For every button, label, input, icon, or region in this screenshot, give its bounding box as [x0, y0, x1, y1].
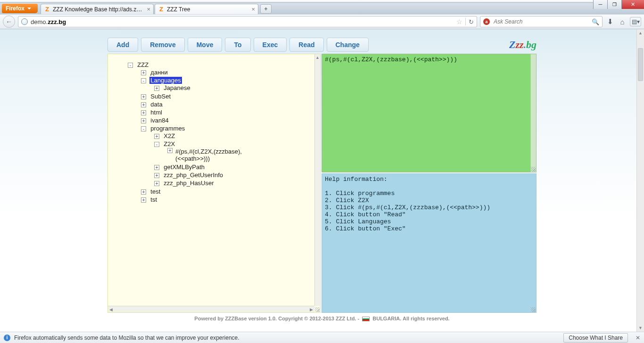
tree-node[interactable]: html — [149, 109, 163, 116]
new-tab-button[interactable]: + — [260, 4, 272, 14]
resize-grip-icon[interactable] — [315, 307, 320, 312]
resize-grip-icon[interactable] — [531, 167, 536, 172]
firefox-menu-label: Firefox — [6, 5, 25, 12]
browser-tab[interactable]: Z ZZZ Knowledge Base http://ads.zzz.b...… — [41, 4, 154, 14]
tree-node[interactable]: programmes — [149, 125, 186, 132]
tree-vertical-scrollbar[interactable]: ▲ — [314, 54, 320, 306]
code-text[interactable]: #(ps,#(cl,Z2X,(zzzbase),(<<path>>))) — [322, 54, 536, 65]
scroll-up-icon[interactable]: ▲ — [637, 29, 644, 37]
tree-toggle-icon[interactable]: + — [141, 70, 146, 75]
browser-tab[interactable]: Z ZZZ Tree × — [155, 4, 258, 14]
scroll-left-icon[interactable]: ◀ — [109, 307, 113, 312]
info-text: Firefox automatically sends some data to… — [14, 335, 239, 341]
add-button[interactable]: Add — [107, 38, 138, 52]
tree-node[interactable]: zzz_php_HasUser — [163, 180, 215, 187]
tree-node-selected[interactable]: Languages — [149, 77, 182, 84]
globe-icon — [21, 18, 28, 25]
move-button[interactable]: Move — [188, 38, 223, 52]
tab-title: ZZZ Knowledge Base http://ads.zzz.b... — [53, 6, 144, 13]
tree-node[interactable]: данни — [149, 69, 168, 76]
window-titlebar: ─ ❐ ✕ — [0, 0, 644, 3]
tree-toggle-icon[interactable]: + — [141, 110, 146, 115]
tree-toggle-icon[interactable]: + — [141, 94, 146, 99]
tab-title: ZZZ Tree — [167, 6, 248, 13]
info-icon: i — [4, 335, 10, 341]
tree-node[interactable]: ivan84 — [149, 117, 169, 124]
tree-panel: - ZZZ + данни - Languages + Japanese — [107, 54, 321, 313]
code-panel: #(ps,#(cl,Z2X,(zzzbase),(<<path>>))) — [322, 54, 537, 172]
window-close-button[interactable]: ✕ — [621, 0, 644, 9]
url-text: demo.zzz.bg — [31, 18, 454, 25]
url-bar[interactable]: demo.zzz.bg ☆ ↻ — [18, 16, 477, 27]
tree-toggle-icon[interactable]: + — [141, 102, 146, 107]
window-minimize-button[interactable]: ─ — [593, 0, 607, 9]
tab-favicon-icon: Z — [44, 6, 50, 13]
tree-node[interactable]: data — [149, 101, 163, 108]
scroll-thumb[interactable] — [638, 48, 643, 81]
page-footer: Powered by ZZZBase version 1.0. Copyrigh… — [107, 316, 537, 321]
nav-back-button[interactable]: ← — [3, 16, 15, 28]
tree-toggle-icon[interactable]: + — [154, 134, 159, 139]
tree-node[interactable]: Z2X — [163, 140, 176, 147]
change-button[interactable]: Change — [327, 38, 369, 52]
tab-favicon-icon: Z — [158, 6, 165, 13]
tree-node[interactable]: SubSet — [149, 93, 172, 100]
separator — [465, 18, 466, 25]
tree-toggle-icon[interactable]: + — [154, 165, 159, 170]
browser-tabstrip: Firefox Z ZZZ Knowledge Base http://ads.… — [0, 3, 644, 14]
tree-toggle-icon[interactable]: + — [167, 148, 173, 153]
bookmarks-menu-icon[interactable]: ▤▾ — [630, 17, 641, 26]
exec-button[interactable]: Exec — [254, 38, 287, 52]
tree-toggle-icon[interactable]: + — [141, 118, 146, 123]
tree-toggle-icon[interactable]: + — [141, 197, 146, 203]
search-bar[interactable]: a 🔍 — [480, 16, 603, 27]
page-vertical-scrollbar[interactable]: ▲ ▼ — [636, 29, 644, 332]
bookmark-star-icon[interactable]: ☆ — [456, 18, 462, 25]
tree-horizontal-scrollbar[interactable]: ◀ ▶ — [108, 306, 314, 312]
search-engine-icon[interactable]: a — [483, 18, 490, 25]
tree-node[interactable]: #(ps,#(cl,Z2X,(zzzbase),(<<path>>))) — [174, 148, 255, 162]
tree-node[interactable]: getXMLByPath — [163, 163, 206, 171]
tree-node[interactable]: X2Z — [163, 132, 176, 139]
help-panel: Help information: 1. Click programmes 2.… — [322, 173, 537, 313]
tree-toggle-icon[interactable]: + — [154, 173, 159, 178]
flag-bg-icon — [362, 317, 370, 321]
search-input[interactable] — [493, 16, 589, 27]
window-maximize-button[interactable]: ❐ — [607, 0, 621, 9]
site-logo: Zzz.bg — [509, 39, 537, 51]
reload-icon[interactable]: ↻ — [469, 18, 474, 25]
firefox-menu-button[interactable]: Firefox — [2, 4, 38, 13]
tab-close-icon[interactable]: × — [251, 6, 255, 13]
tree-node[interactable]: zzz_php_GetUserInfo — [163, 172, 224, 179]
to-button[interactable]: To — [225, 38, 250, 52]
resize-grip-icon[interactable] — [531, 307, 536, 312]
tree-node-root[interactable]: ZZZ — [136, 61, 149, 68]
tree-node[interactable]: Japanese — [163, 84, 191, 91]
home-icon[interactable]: ⌂ — [618, 17, 627, 26]
tree-toggle-icon[interactable]: - — [154, 142, 159, 147]
downloads-icon[interactable]: ⬇ — [605, 17, 615, 26]
tab-close-icon[interactable]: × — [147, 6, 150, 13]
remove-button[interactable]: Remove — [141, 38, 184, 52]
code-vertical-scrollbar[interactable] — [530, 54, 536, 172]
page-toolbar: Add Remove Move To Exec Read Change Zzz.… — [107, 38, 537, 52]
tree-toggle-icon[interactable]: + — [154, 181, 159, 186]
infobar-close-icon[interactable]: ✕ — [636, 335, 640, 341]
info-bar: i Firefox automatically sends some data … — [0, 332, 644, 343]
tree-node[interactable]: test — [149, 188, 161, 195]
tree-toggle-icon[interactable]: + — [154, 86, 159, 91]
scroll-right-icon[interactable]: ▶ — [310, 307, 313, 312]
tree-toggle-icon[interactable]: - — [141, 126, 146, 131]
tree-toggle-icon[interactable]: - — [141, 78, 146, 83]
search-icon[interactable]: 🔍 — [592, 18, 599, 25]
choose-share-button[interactable]: Choose What I Share — [563, 333, 628, 343]
scroll-up-icon[interactable]: ▲ — [315, 54, 320, 61]
browser-navbar: ← demo.zzz.bg ☆ ↻ a 🔍 ⬇ ⌂ ▤▾ — [0, 14, 644, 29]
read-button[interactable]: Read — [289, 38, 323, 52]
tree-toggle-icon[interactable]: + — [141, 189, 146, 195]
help-text: Help information: 1. Click programmes 2.… — [322, 174, 536, 234]
tree-toggle-icon[interactable]: - — [128, 63, 133, 68]
scroll-down-icon[interactable]: ▼ — [637, 324, 644, 332]
page-viewport: ▲ ▼ Add Remove Move To Exec Read Change … — [0, 29, 644, 332]
tree-node[interactable]: tst — [149, 196, 158, 203]
